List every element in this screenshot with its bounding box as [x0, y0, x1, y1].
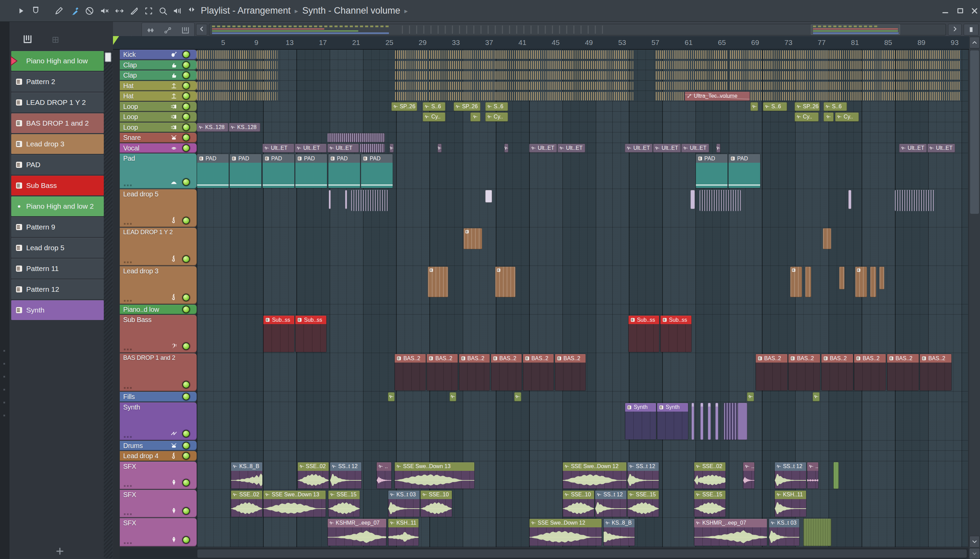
clip-drum-fill[interactable] — [495, 61, 528, 69]
clip-s-6[interactable]: S..6 — [422, 102, 445, 111]
clip-sub-ss[interactable]: Sub..ss — [660, 315, 692, 352]
clip-drum-fill[interactable] — [238, 92, 278, 101]
toolbar-paint-icon[interactable] — [69, 5, 80, 17]
vertical-scrollbar[interactable] — [969, 36, 980, 548]
clip-drum-fill[interactable] — [763, 92, 795, 101]
breadcrumb[interactable]: Playlist - Arrangement ▸ Synth - Channel… — [186, 5, 408, 17]
track-header-hat-4[interactable]: Hat — [120, 91, 197, 101]
pattern-item-bas-drop-1-and-2[interactable]: BAS DROP 1 and 2 — [11, 113, 104, 133]
maximize-button[interactable] — [955, 5, 966, 17]
clip-bas-2[interactable]: BAS..2 — [821, 354, 853, 391]
minimap-scrollbar[interactable] — [209, 24, 946, 35]
clip-item[interactable] — [716, 144, 720, 153]
track-header-clap-2[interactable]: Clap — [120, 71, 197, 80]
clip-drum-fill[interactable] — [930, 71, 960, 79]
clip-drum-fill[interactable] — [730, 50, 762, 59]
clip-ult-et[interactable]: Ult..ET — [653, 144, 681, 153]
clip-drum-fill[interactable] — [730, 71, 762, 79]
clip-drum-fill[interactable] — [562, 92, 594, 101]
pattern-item-piano-high-and-low[interactable]: Piano High and low — [11, 51, 104, 71]
clip-drum-fill[interactable] — [797, 71, 829, 79]
clip-note-sliver[interactable] — [848, 190, 851, 209]
pattern-item-sub-bass[interactable]: Sub Bass — [11, 176, 104, 195]
clip-bas-2[interactable]: BAS..2 — [459, 354, 490, 391]
clip-bas-2[interactable]: BAS..2 — [919, 354, 952, 391]
clip-bas-2[interactable]: BAS..2 — [854, 354, 886, 391]
clip-item[interactable]: .. — [743, 462, 755, 489]
clip-sse-10[interactable]: SSE..10 — [420, 490, 452, 517]
clip-drum-fill[interactable] — [863, 50, 895, 59]
clip-ss-t-12[interactable]: SS..t 12 — [627, 462, 659, 489]
clip-drum-fill[interactable] — [863, 82, 895, 90]
clip-item[interactable] — [449, 392, 456, 401]
clip-drum-fill[interactable] — [462, 50, 495, 59]
piano-keys-icon[interactable] — [181, 26, 190, 35]
clip-lead-block[interactable] — [879, 266, 885, 290]
clip-drum-fill[interactable] — [797, 61, 829, 69]
clip-sse-02[interactable]: SSE..02 — [297, 462, 329, 489]
clip-cy[interactable]: Cy.. — [835, 112, 858, 122]
clip-ult-et[interactable]: Ult..ET — [681, 144, 709, 153]
horizontal-scrollbar[interactable] — [120, 548, 968, 559]
clip-drum-fill[interactable] — [863, 71, 895, 79]
clip-item[interactable] — [750, 102, 758, 111]
clip-drum-fill[interactable] — [462, 61, 495, 69]
clip-ks-t-03[interactable]: KS..t 03 — [769, 518, 800, 546]
clip-drum-fill[interactable] — [797, 50, 829, 59]
clip-drum-fill[interactable] — [830, 71, 862, 79]
vertical-scrollbar-thumb[interactable] — [970, 50, 979, 214]
clip-bas-2[interactable]: BAS..2 — [426, 354, 458, 391]
clip-kshmr-eep-07[interactable]: KSHMR_..eep_07 — [327, 518, 386, 546]
track-mute-led[interactable] — [182, 71, 190, 79]
clip-item[interactable] — [389, 144, 394, 153]
clip-sse-swe-down-13[interactable]: SSE Swe..Down 13 — [263, 490, 326, 517]
track-header-clap-1[interactable]: Clap — [120, 60, 197, 70]
clip-cy[interactable]: Cy.. — [485, 112, 508, 122]
clip-synth-solid[interactable] — [738, 403, 747, 440]
pattern-item-pad[interactable]: PAD — [11, 155, 104, 175]
clip-pad[interactable]: PAD — [262, 154, 295, 188]
clip-drum-fill[interactable] — [695, 61, 728, 69]
clip-note-stripes[interactable] — [895, 190, 934, 211]
clip-sse-15[interactable]: SSE..15 — [694, 490, 726, 517]
clip-drum-fill[interactable] — [197, 92, 237, 101]
clip-pad[interactable]: PAD — [229, 154, 262, 188]
clip-drum-fill[interactable] — [656, 50, 695, 59]
pattern-item-pattern-11[interactable]: Pattern 11 — [11, 259, 104, 278]
clip-kshmr-eep-07[interactable]: KSHMR_..eep_07 — [694, 518, 767, 546]
automation-icon[interactable] — [163, 26, 173, 35]
clip-pad[interactable]: PAD — [696, 154, 728, 188]
clip-ksh-11[interactable]: KSH..11 — [774, 490, 807, 517]
clip-ult-et[interactable]: Ult..ET — [327, 144, 359, 153]
clip-drum-fill[interactable] — [562, 50, 594, 59]
clip-drum-fill[interactable] — [462, 71, 495, 79]
pattern-item-lead-drop-1-y-2[interactable]: LEAD DROP 1 Y 2 — [11, 93, 104, 112]
scroll-up-button[interactable] — [970, 37, 980, 48]
pattern-item-piano-high-and-low-2[interactable]: •Piano High and low 2 — [11, 197, 104, 216]
track-mute-led[interactable] — [182, 217, 190, 224]
track-mute-led[interactable] — [182, 82, 190, 89]
picker-scrollbar[interactable] — [104, 51, 113, 558]
clip-drum-fill[interactable] — [197, 82, 237, 90]
clip-synth-sliver[interactable] — [691, 403, 694, 440]
clip-ss-t-12[interactable]: SS..t 12 — [595, 490, 627, 517]
clip-drum-fill[interactable] — [595, 82, 633, 90]
clip-item[interactable]: .. — [807, 462, 819, 489]
clip-lead-block[interactable] — [495, 266, 516, 297]
clip-drum-fill[interactable] — [529, 82, 561, 90]
track-header-hat-3[interactable]: Hat — [120, 81, 197, 91]
clip-drum-fill[interactable] — [930, 50, 960, 59]
clip-ksh-11[interactable]: KSH..11 — [388, 518, 419, 546]
track-header-piano-d-low-14[interactable]: Piano..d low — [120, 305, 197, 314]
clip-note-sliver[interactable] — [690, 190, 695, 209]
clip-lead-block[interactable] — [823, 228, 831, 249]
clip-sub-ss[interactable]: Sub..ss — [628, 315, 660, 352]
clip-drum-fill[interactable] — [656, 61, 695, 69]
clip-note-stripes[interactable] — [351, 190, 388, 211]
playlist-grid[interactable]: SP..26S..6SP..26S..6S..6SP..26S..6Cy..Cy… — [197, 50, 968, 547]
scroll-right-button[interactable] — [948, 24, 962, 35]
clip-green-block[interactable] — [803, 518, 831, 546]
toolbar-draw-icon[interactable] — [53, 5, 64, 17]
clip-note-stripes[interactable] — [700, 190, 741, 211]
clip-drum-fill[interactable] — [395, 92, 428, 101]
